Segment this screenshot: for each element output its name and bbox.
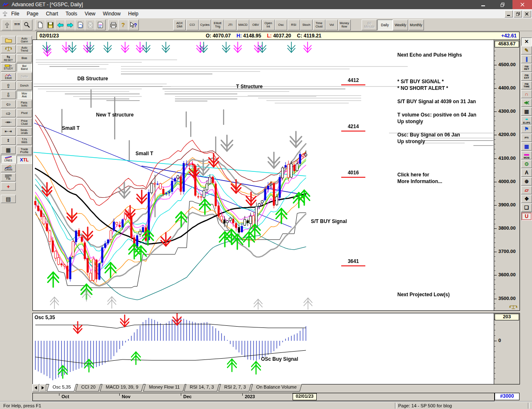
study-toggle-button[interactable]: Delta <box>17 72 32 81</box>
menu-item[interactable]: Help <box>124 10 142 17</box>
drawing-tool-button[interactable]: ▦ <box>521 142 532 151</box>
period-button[interactable]: Weekly <box>393 20 408 30</box>
study-toggle-button[interactable]: Para- bolic <box>17 100 32 108</box>
optimize-scale-button[interactable] <box>1 45 16 53</box>
drawing-tool-button[interactable]: ∥ <box>521 55 532 63</box>
price-chart-panel[interactable]: DB StructureT StructureNew T structureSm… <box>32 40 495 311</box>
drawing-tool-button[interactable]: ▬MOB <box>521 151 532 159</box>
study-tab[interactable]: Osc 5,35 <box>47 384 76 392</box>
indicator-button[interactable]: Stoch <box>300 20 313 30</box>
indicator-button[interactable]: JTI <box>224 20 236 30</box>
restore-button[interactable] <box>493 0 512 9</box>
next-page-icon[interactable] <box>65 20 76 30</box>
study-button[interactable]: STUDY <box>1 63 16 72</box>
indicator-button[interactable]: Vol <box>325 20 338 30</box>
indicator-button[interactable]: OBV <box>249 20 262 30</box>
study-toggle-button[interactable]: Auto Trend <box>17 45 32 53</box>
refresh-page-icon[interactable] <box>75 20 86 30</box>
date-axis[interactable]: OctNovDec2023 02/01/23 <box>32 393 495 401</box>
indicator-button[interactable]: Cycles <box>199 20 211 30</box>
help-icon[interactable]: ? <box>118 20 129 30</box>
docking-handle-icon[interactable] <box>2 11 7 17</box>
indicator-button[interactable]: Elliott Trig <box>212 20 224 30</box>
study-toggle-button[interactable]: Mov Ave <box>17 91 32 99</box>
compress-bars-button[interactable]: ⇥⇤ <box>1 118 16 126</box>
oscillator-panel[interactable]: Osc 5,35 OSc Buy Signal <box>32 313 495 384</box>
title-bar[interactable]: Advanced GET - [^GSPC, Daily] <box>0 0 532 9</box>
mdi-minimize-button[interactable] <box>505 10 513 17</box>
search-icon[interactable] <box>22 20 32 30</box>
menu-item[interactable]: Tools <box>62 10 81 17</box>
scroll-right-button[interactable]: ⇨ <box>1 109 16 117</box>
study-toggle-button[interactable]: Seas- onals <box>17 127 32 136</box>
indicator-button[interactable]: ADX DMI <box>173 20 186 30</box>
study-toggle-button[interactable]: TJ's Web <box>17 136 32 145</box>
indicator-button[interactable]: Time Clust <box>313 20 325 30</box>
indicator-button[interactable]: Open Int <box>262 20 275 30</box>
period-button[interactable]: Daily <box>377 20 393 30</box>
price-axis[interactable]: 4583.67 4500.004400.004300.004200.004100… <box>494 40 520 311</box>
drawing-tool-button[interactable]: U <box>521 212 532 221</box>
drawing-tool-button[interactable]: ❏ <box>521 203 532 212</box>
study-tab[interactable]: On Balance Volume <box>251 384 302 392</box>
drawing-tool-button[interactable]: ▦ <box>521 107 532 116</box>
drawing-tool-button[interactable]: ✕ <box>521 37 532 46</box>
study-toggle-button[interactable]: Price Clust <box>17 118 32 126</box>
study-toggle-button[interactable]: Bias <box>17 54 32 62</box>
drawing-tool-button[interactable]: ▱ <box>521 186 532 194</box>
drawing-tool-button[interactable]: ⊕ <box>521 177 532 186</box>
mdi-restore-button[interactable] <box>514 10 522 17</box>
period-button[interactable]: 60 Minute <box>362 20 377 30</box>
menu-item[interactable]: Page <box>23 10 42 17</box>
save-icon[interactable] <box>45 20 56 30</box>
study-tab[interactable]: MACD 19, 39, 9 <box>100 384 144 392</box>
elliott-button[interactable]: Elliott <box>1 72 16 81</box>
study-tab[interactable]: Money Flow 11 <box>143 384 185 392</box>
study-toggle-button[interactable]: Pivot <box>17 109 32 117</box>
menu-item[interactable]: View <box>81 10 99 17</box>
study-tab[interactable]: CCI 20 <box>75 384 101 392</box>
indicator-button[interactable]: RSI <box>288 20 300 30</box>
study-tab[interactable]: RSI 2, 7, 3 <box>219 384 251 392</box>
drawing-tool-button[interactable]: ≪ <box>521 99 532 107</box>
drawing-tool-button[interactable]: FIB TIME <box>521 81 532 89</box>
study-toggle-button[interactable]: Bol Band <box>17 63 32 72</box>
axis-scales-icon[interactable] <box>508 305 518 310</box>
drawing-tool-button[interactable]: ∩ <box>521 90 532 98</box>
crosshair-button[interactable]: + <box>1 182 16 191</box>
period-button[interactable]: Monthly <box>409 20 424 30</box>
oscillator-canvas[interactable] <box>33 313 493 383</box>
indicator-button[interactable]: MACD <box>237 20 249 30</box>
drawing-tool-button[interactable]: ⚑ <box>521 125 532 133</box>
lines-tool-button[interactable]: LINES <box>1 155 16 163</box>
drawing-tool-button[interactable]: ✥ <box>521 195 532 203</box>
drawing-tool-button[interactable]: FIB RET <box>521 64 532 72</box>
study-toggle-button-trade-profile[interactable]: Trade Profile <box>17 146 32 155</box>
menu-item[interactable]: Chart <box>42 10 62 17</box>
scroll-left-button[interactable]: ⇦ <box>1 100 16 108</box>
study-tab[interactable]: RSI 14, 7, 3 <box>184 384 219 392</box>
indicator-button[interactable]: CCI <box>186 20 199 30</box>
reset-button[interactable]: ⇆RESET <box>1 54 16 62</box>
quotes-icon[interactable]: ”” <box>12 20 22 30</box>
open-chart-button[interactable] <box>1 36 16 44</box>
grid-button[interactable]: ▦ <box>1 146 16 154</box>
study-toggle-button[interactable]: Donch <box>17 82 32 90</box>
drawing-tool-button[interactable]: PTI <box>521 134 532 142</box>
minimize-button[interactable] <box>473 0 493 9</box>
drawing-tool-button[interactable]: ✎ <box>521 46 532 55</box>
menu-item[interactable]: File <box>7 10 23 17</box>
indicator-button[interactable]: Money flow <box>338 20 351 30</box>
drawing-tool-button[interactable]: ⊙ <box>521 160 532 168</box>
scroll-up-button[interactable]: ⇧ <box>1 82 16 90</box>
scroll-down-button[interactable]: ⇩ <box>1 91 16 99</box>
previous-page-icon[interactable] <box>55 20 66 30</box>
drawing-tool-button[interactable]: ●ELIPS <box>521 116 532 124</box>
study-toggle-button[interactable]: Auto Gann <box>17 36 32 44</box>
menu-item[interactable]: Window <box>99 10 125 17</box>
page-setup-icon[interactable] <box>95 20 106 30</box>
tab-scroll-left[interactable] <box>32 384 39 392</box>
gann-tool-button[interactable]: GANN <box>1 164 16 172</box>
oscillator-axis[interactable]: 203 0 <box>494 313 520 384</box>
drawing-tool-button[interactable]: A <box>521 169 532 177</box>
